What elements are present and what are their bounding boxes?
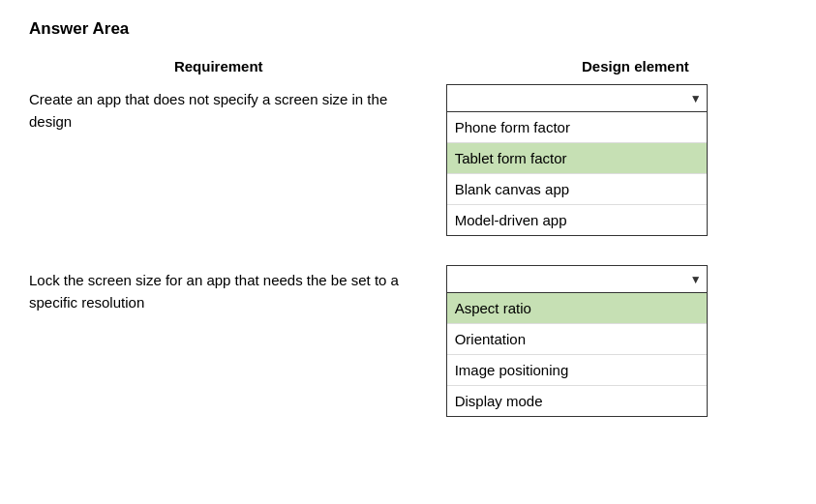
design-element-1: ▼Phone form factorTablet form factorBlan… — [446, 84, 787, 236]
dropdown-item-1-1[interactable]: Phone form factor — [447, 112, 707, 143]
dropdown-item-2-2[interactable]: Orientation — [447, 324, 707, 355]
requirement-column-header: Requirement — [29, 58, 408, 74]
design-column-header: Design element — [484, 58, 787, 74]
requirement-text-1: Create an app that does not specify a sc… — [29, 84, 408, 133]
dropdown-header-1[interactable]: ▼ — [447, 85, 707, 112]
dropdown-item-2-1[interactable]: Aspect ratio — [447, 293, 707, 324]
row-1: Create an app that does not specify a sc… — [29, 84, 787, 236]
row-2: Lock the screen size for an app that nee… — [29, 265, 787, 417]
dropdown-1[interactable]: ▼Phone form factorTablet form factorBlan… — [446, 84, 708, 236]
page-title: Answer Area — [29, 19, 787, 39]
dropdown-arrow-icon-1: ▼ — [690, 92, 702, 105]
dropdown-item-1-3[interactable]: Blank canvas app — [447, 174, 707, 205]
dropdown-item-2-3[interactable]: Image positioning — [447, 355, 707, 386]
dropdown-header-2[interactable]: ▼ — [447, 266, 707, 293]
requirement-text-2: Lock the screen size for an app that nee… — [29, 265, 408, 313]
dropdown-item-1-2[interactable]: Tablet form factor — [447, 143, 707, 174]
dropdown-2[interactable]: ▼Aspect ratioOrientationImage positionin… — [446, 265, 708, 417]
dropdown-arrow-icon-2: ▼ — [690, 273, 702, 286]
dropdown-item-2-4[interactable]: Display mode — [447, 386, 707, 416]
design-element-2: ▼Aspect ratioOrientationImage positionin… — [446, 265, 787, 417]
dropdown-item-1-4[interactable]: Model-driven app — [447, 205, 707, 235]
